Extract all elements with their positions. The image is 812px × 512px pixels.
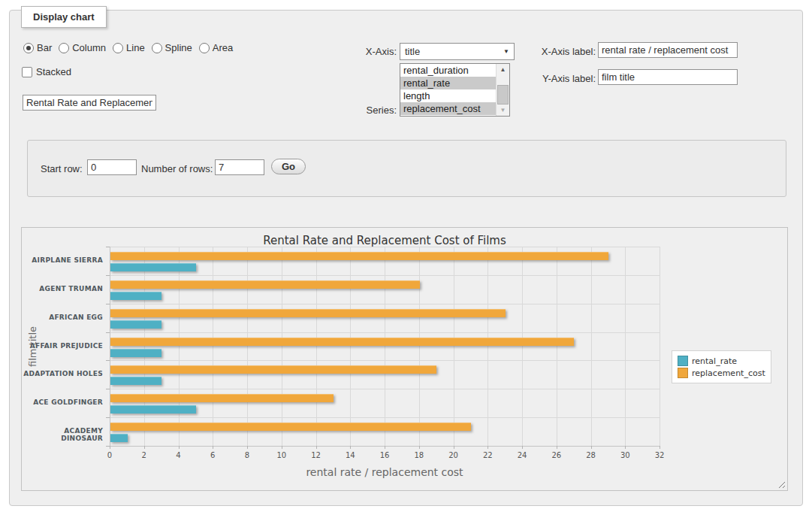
series-option-length[interactable]: length	[400, 89, 496, 102]
x-tick-label: 16	[373, 451, 396, 459]
x-axis-label-input[interactable]	[598, 42, 738, 58]
y-axis-label-input[interactable]	[598, 69, 738, 85]
x-tick-label: 12	[305, 451, 328, 459]
chart-type-column[interactable]: Column	[59, 42, 106, 53]
chart-title-input[interactable]	[23, 95, 156, 111]
radio-label: Bar	[37, 42, 52, 53]
chart-type-bar[interactable]: Bar	[23, 42, 52, 53]
series-scrollbar[interactable]: ▲ ▼	[496, 64, 509, 116]
chart-type-area[interactable]: Area	[199, 42, 233, 53]
legend-item-replacement_cost[interactable]: replacement_cost	[678, 368, 765, 378]
bar-replacement_cost	[110, 423, 471, 431]
bar-rental_rate	[110, 349, 161, 357]
chart-type-spline[interactable]: Spline	[152, 42, 192, 53]
y-axis-tick	[106, 332, 110, 333]
y-axis-tick	[106, 275, 110, 276]
radio-icon	[113, 43, 123, 53]
x-tick-label: 30	[614, 451, 636, 459]
x-axis-tick	[110, 446, 110, 449]
x-axis-tick	[350, 446, 351, 449]
radio-icon	[152, 43, 162, 53]
chart-title: Rental Rate and Replacement Cost of Film…	[110, 234, 660, 247]
bar-replacement_cost	[110, 338, 574, 346]
bar-replacement_cost	[110, 252, 608, 260]
x-tick-label: 14	[339, 451, 361, 459]
x-axis-tick	[557, 446, 557, 449]
bar-rental_rate	[110, 263, 196, 271]
x-axis-label-caption: X-Axis label:	[536, 46, 596, 57]
x-tick-label: 8	[236, 451, 258, 459]
scrollbar-thumb[interactable]	[497, 85, 509, 105]
series-option-rental-rate[interactable]: rental_rate	[400, 77, 496, 89]
x-axis-tick	[213, 446, 213, 449]
y-category-label: AIRPLANE SIERRA	[22, 256, 103, 264]
radio-label: Spline	[165, 42, 192, 53]
chart-type-radio-group: Bar Column Line Spline Area	[23, 42, 233, 53]
x-tick-label: 6	[201, 451, 224, 459]
legend-swatch-icon	[678, 356, 688, 366]
x-tick-label: 0	[98, 451, 121, 459]
gridline-horizontal	[110, 389, 660, 389]
start-row-label: Start row:	[41, 163, 83, 174]
x-axis-tick	[591, 446, 592, 449]
gridline-vertical	[488, 247, 488, 446]
bar-rental_rate	[110, 320, 161, 329]
x-axis-select[interactable]: title ▼	[400, 43, 515, 60]
series-option-replacement-cost[interactable]: replacement_cost	[400, 102, 496, 115]
x-axis-tick	[247, 446, 248, 449]
x-axis-tick	[488, 446, 488, 449]
checkbox-icon	[22, 67, 32, 77]
gridline-horizontal	[110, 417, 660, 418]
legend-label: replacement_cost	[692, 368, 765, 378]
gridline-vertical	[522, 247, 523, 446]
scroll-down-icon[interactable]: ▼	[497, 105, 509, 116]
gridline-vertical	[316, 247, 317, 446]
x-axis-select-label: X-Axis:	[344, 46, 397, 57]
resize-grip-icon[interactable]	[777, 480, 785, 488]
radio-label: Area	[213, 42, 233, 53]
chart-type-line[interactable]: Line	[113, 42, 145, 53]
x-axis-tick	[454, 446, 454, 449]
go-button[interactable]: Go	[271, 159, 306, 174]
x-axis-tick	[316, 446, 317, 449]
radio-icon	[199, 43, 210, 53]
series-option-rental-duration[interactable]: rental_duration	[400, 64, 496, 77]
gridline-vertical	[385, 247, 385, 446]
x-axis-selected-value: title	[405, 46, 420, 57]
y-axis-title: film title	[27, 309, 39, 384]
bar-replacement_cost	[110, 394, 334, 402]
panel-legend: Display chart	[21, 6, 107, 28]
gridline-vertical	[557, 247, 557, 446]
series-select-label: Series:	[344, 105, 397, 116]
radio-icon	[23, 43, 34, 53]
bar-rental_rate	[110, 405, 196, 414]
scroll-up-icon[interactable]: ▲	[497, 64, 509, 75]
legend-swatch-icon	[678, 368, 688, 378]
start-row-input[interactable]	[87, 159, 137, 175]
bar-rental_rate	[110, 292, 161, 300]
num-rows-input[interactable]	[215, 159, 264, 175]
x-tick-label: 22	[476, 451, 499, 459]
bar-replacement_cost	[110, 365, 436, 374]
gridline-horizontal	[110, 304, 660, 304]
stacked-checkbox[interactable]: Stacked	[22, 66, 71, 77]
gridline-vertical	[179, 247, 180, 446]
series-multiselect[interactable]: rental_duration rental_rate length repla…	[400, 63, 510, 117]
gridline-horizontal	[110, 360, 660, 361]
y-axis-tick	[106, 360, 110, 361]
y-axis-label-caption: Y-Axis label:	[536, 73, 596, 84]
y-category-label: ACADEMY DINOSAUR	[22, 427, 103, 442]
gridline-vertical	[591, 247, 592, 446]
gridline-vertical	[454, 247, 454, 446]
chevron-down-icon: ▼	[503, 48, 509, 55]
gridline-vertical	[144, 247, 145, 446]
gridline-vertical	[282, 247, 282, 446]
radio-label: Column	[72, 42, 106, 53]
gridline-vertical	[419, 247, 420, 446]
x-axis-tick	[419, 446, 420, 449]
gridline-vertical	[213, 247, 213, 446]
bar-replacement_cost	[110, 309, 506, 317]
page: Display chart Bar Column Line Spline Are…	[0, 0, 812, 512]
legend-item-rental_rate[interactable]: rental_rate	[678, 356, 765, 366]
chart: Rental Rate and Replacement Cost of Film…	[21, 227, 788, 491]
